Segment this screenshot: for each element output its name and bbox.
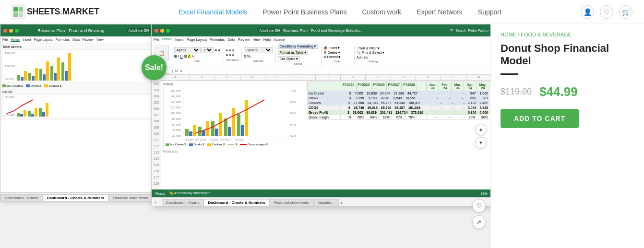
bold-btn[interactable]: B bbox=[174, 54, 177, 59]
cart-icon-btn[interactable]: 🛒 bbox=[619, 5, 632, 19]
add-sheet-btn[interactable]: + bbox=[152, 200, 160, 206]
menu-file-left[interactable]: File bbox=[2, 38, 8, 41]
td-gp-cur: $ bbox=[341, 110, 351, 115]
align-center-btn[interactable]: ≡ bbox=[229, 53, 231, 58]
menu-aciesel-main[interactable]: Aciesel bbox=[274, 37, 285, 42]
tab-financial-statements-main[interactable]: Financial statements bbox=[270, 199, 313, 206]
cell-styles-btn[interactable]: Cell Styles▼ bbox=[278, 56, 300, 61]
border-btn[interactable]: ⊡ bbox=[184, 54, 187, 59]
bar-fy26-drinks bbox=[43, 74, 46, 81]
menu-data-left[interactable]: Data bbox=[72, 38, 80, 41]
row-num-110: 110 bbox=[152, 130, 161, 137]
ss-tabs-main: + Dashboard - Charts Dashboard - Charts … bbox=[152, 197, 490, 206]
row-num-109: 109 bbox=[152, 124, 161, 130]
tab-dashboard-charts-numbers-left[interactable]: Dashboard - Charts & Numbers bbox=[43, 194, 108, 201]
menu-insert-left[interactable]: Insert bbox=[23, 38, 31, 41]
th-label bbox=[308, 82, 341, 91]
cogs-bar-fy25b bbox=[31, 114, 34, 117]
wishlist-icon-btn[interactable]: ♡ bbox=[600, 5, 613, 19]
menu-insert-main[interactable]: Insert bbox=[175, 37, 184, 42]
delete-cells-btn[interactable]: 🗑 Delete▼ bbox=[323, 51, 341, 54]
row-num-108: 108 bbox=[152, 118, 161, 124]
align-top-btn[interactable]: ≡ bbox=[226, 48, 228, 52]
format-cells-btn[interactable]: ⚙ Format▼ bbox=[323, 55, 341, 59]
add-to-cart-button[interactable]: ADD TO CART bbox=[501, 109, 579, 128]
nav-expert-network[interactable]: Expert Network bbox=[417, 8, 463, 16]
scroll-down-btn[interactable]: ▼ bbox=[475, 137, 487, 149]
italic-btn[interactable]: I bbox=[178, 54, 179, 59]
table-row-icecream: Ice Cream $ 7,065 10,839 24,704 27,288 4… bbox=[307, 91, 489, 96]
td-sep-5 bbox=[425, 110, 435, 115]
comma-btn[interactable]: , bbox=[251, 54, 252, 59]
conditional-format-btn[interactable]: Conditional Formatting▼ bbox=[278, 44, 318, 49]
wishlist-action-btn[interactable]: ♡ bbox=[472, 199, 486, 213]
font-select[interactable]: Aprios bbox=[174, 47, 201, 53]
nav-support[interactable]: Support bbox=[478, 8, 501, 16]
td-cookies-label: Cookies bbox=[307, 101, 341, 105]
formula-value: 1 bbox=[180, 69, 182, 73]
font-decrease-btn[interactable]: A bbox=[218, 48, 220, 52]
percent-btn[interactable]: % bbox=[247, 54, 250, 59]
td-drinks-jan: - bbox=[427, 96, 440, 100]
currency-btn[interactable]: $ bbox=[244, 54, 246, 59]
align-right-btn[interactable]: ≡ bbox=[232, 53, 235, 58]
logo[interactable]: SHEETS.MARKET bbox=[12, 5, 99, 19]
nav-custom-work[interactable]: Custom work bbox=[362, 8, 401, 16]
menu-review-main[interactable]: Review bbox=[238, 37, 250, 42]
td-gm-fy25: 69% bbox=[366, 115, 379, 119]
tab-dashboard-charts-main[interactable]: Dashboard - Charts bbox=[162, 199, 204, 206]
row-num-118: 118 bbox=[152, 180, 161, 187]
tab-valuation-main[interactable]: Valuatic... bbox=[313, 199, 339, 206]
format-as-table-btn[interactable]: Format as Table▼ bbox=[278, 50, 308, 55]
sort-filter-btn[interactable]: ↕ Sort & Filter▼ bbox=[357, 47, 380, 50]
alignment-group-label: Alignment bbox=[226, 59, 239, 61]
maximize-btn-main[interactable] bbox=[166, 29, 170, 33]
align-left-btn[interactable]: ≡ bbox=[226, 53, 228, 58]
insert-cells-btn[interactable]: 📥 Insert▼ bbox=[323, 46, 340, 50]
number-format-select[interactable]: General bbox=[244, 47, 273, 53]
x-fy27: FY2027 bbox=[220, 138, 232, 141]
minimize-btn-left[interactable] bbox=[9, 29, 13, 33]
tab-add-btn[interactable]: + bbox=[339, 201, 345, 206]
tab-financial-statements-left[interactable]: Financial statements bbox=[108, 194, 152, 201]
share-action-btn[interactable]: ↗ bbox=[472, 215, 486, 229]
maximize-btn-left[interactable] bbox=[15, 29, 19, 33]
align-bot-btn[interactable]: ≡ bbox=[232, 48, 235, 52]
menu-home-left[interactable]: Home bbox=[11, 38, 20, 42]
row-num-104: 104 bbox=[152, 93, 161, 99]
tab-dashboard-charts-numbers-main[interactable]: Dashboard - Charts & Numbers bbox=[203, 199, 269, 206]
td-cookies-jan: - bbox=[432, 101, 443, 105]
font-increase-btn[interactable]: A bbox=[215, 48, 217, 52]
menu-view-main[interactable]: View bbox=[253, 37, 261, 42]
close-btn-main[interactable] bbox=[155, 29, 158, 33]
font-size-select[interactable]: 8 bbox=[202, 47, 214, 53]
menu-pagelayout-main[interactable]: Page Layout bbox=[187, 37, 207, 42]
scroll-up-btn[interactable]: ▲ bbox=[475, 124, 487, 135]
menu-home-main[interactable]: Home bbox=[162, 37, 172, 42]
breadcrumb-home[interactable]: HOME bbox=[501, 32, 516, 37]
minimize-btn-main[interactable] bbox=[160, 29, 164, 33]
align-mid-btn[interactable]: ≡ bbox=[229, 48, 231, 52]
menu-formulas-left[interactable]: Formulas bbox=[56, 38, 70, 41]
nav-excel-financial-models[interactable]: Excel Financial Models bbox=[179, 8, 247, 16]
td-icecream-fy24: 7,065 bbox=[353, 91, 365, 95]
ss-search-main[interactable]: 🔍 Search bbox=[450, 29, 466, 33]
font-color-btn[interactable]: A bbox=[191, 54, 194, 59]
price-row: $119.00 $44.99 bbox=[501, 84, 634, 99]
menu-review-left[interactable]: Review bbox=[83, 38, 94, 41]
menu-formulas-main[interactable]: Formulas bbox=[210, 37, 225, 42]
breadcrumb-category[interactable]: FOOD & BEVERAGE bbox=[521, 32, 572, 37]
menu-data-main[interactable]: Data bbox=[227, 37, 235, 42]
menu-file-main[interactable]: File bbox=[154, 37, 159, 42]
fill-color-btn[interactable]: A bbox=[188, 54, 191, 59]
menu-view-left[interactable]: View bbox=[96, 38, 104, 41]
underline-btn[interactable]: U bbox=[180, 54, 183, 59]
close-btn-left[interactable] bbox=[3, 29, 7, 33]
nav-powerpoint-business-plans[interactable]: Power Point Business Plans bbox=[262, 8, 346, 16]
menu-pagelayout-left[interactable]: Page Layout bbox=[34, 38, 52, 41]
find-select-btn[interactable]: 🔍 Find & Select▼ bbox=[357, 51, 385, 55]
menu-help-main[interactable]: Help bbox=[263, 37, 271, 42]
add-ins-btn[interactable]: Add-ins bbox=[357, 56, 368, 59]
user-icon-btn[interactable]: 👤 bbox=[581, 5, 594, 19]
tab-dashboard-charts-left[interactable]: Dashboard - Charts bbox=[0, 194, 43, 201]
